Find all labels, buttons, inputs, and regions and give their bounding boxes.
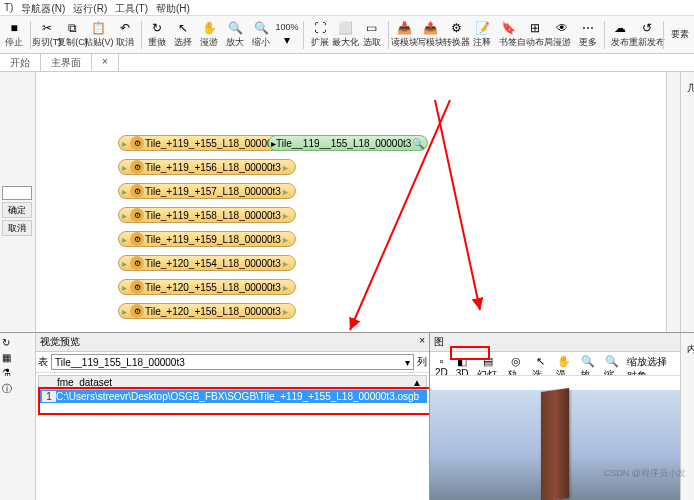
zoom-combo[interactable]: 100%▾ — [275, 21, 299, 49]
more-button[interactable]: ⋯更多 — [576, 19, 600, 50]
input-port-icon[interactable]: ▸ — [119, 234, 129, 245]
menu-file[interactable]: T) — [4, 2, 13, 13]
zoomin-icon: 🔍 — [581, 355, 595, 368]
redo-button[interactable]: ↻重做 — [145, 19, 169, 50]
input-port-icon[interactable]: ▸ — [119, 306, 129, 317]
paste-button[interactable]: 📋粘贴(V) — [87, 19, 111, 50]
copy-button[interactable]: ⧉复制(C) — [61, 19, 85, 50]
preview-fit-button[interactable]: 缩放选择对象 — [624, 354, 678, 373]
reset-button[interactable]: ↺重新发布 — [634, 19, 659, 50]
input-port-icon[interactable]: ▸ — [119, 210, 129, 221]
preview-title: 图 — [434, 336, 444, 347]
right-panel-collapsed[interactable]: 几 — [680, 72, 694, 332]
output-port-icon[interactable]: ▸ — [281, 234, 291, 245]
layout-icon: ⊞ — [527, 20, 543, 36]
info-icon[interactable]: ⓘ — [2, 382, 33, 396]
preview-zoomout-button[interactable]: 🔍缩小 — [601, 354, 623, 373]
tab-start[interactable]: 开始 — [0, 54, 41, 71]
output-port-icon[interactable]: ▸ — [281, 306, 291, 317]
input-port-icon[interactable]: ▸ — [119, 258, 129, 269]
filter-icon[interactable]: ⚗ — [2, 367, 33, 378]
zoomout-icon: 🔍 — [605, 355, 619, 368]
gear-icon: ⚙ — [448, 20, 464, 36]
view-2d-button[interactable]: ▫2D — [432, 354, 451, 373]
bookmark-icon: 🔖 — [500, 20, 516, 36]
undo-button[interactable]: ↶取消 — [113, 19, 137, 50]
preview-select-button[interactable]: ↖选择 — [529, 354, 551, 373]
zoomout-button[interactable]: 🔍缩小 — [249, 19, 273, 50]
menu-run[interactable]: 运行(R) — [73, 2, 107, 13]
node-label: Tile_+120_+155_L18_00000t3 — [145, 282, 281, 293]
zoomin-button[interactable]: 🔍放大 — [223, 19, 247, 50]
right-scrollbar[interactable] — [666, 72, 680, 332]
note-button[interactable]: 📝注释 — [470, 19, 494, 50]
autolayout-button[interactable]: ⊞自动布局 — [522, 19, 547, 50]
workspace-canvas[interactable]: ▸⚙Tile_+119_+155_L18_00000t3▸▸⚙Tile_+119… — [36, 72, 666, 332]
output-port-icon[interactable]: ▸ — [281, 210, 291, 221]
reader-node-4[interactable]: ▸⚙Tile_+119_+159_L18_00000t3▸ — [118, 231, 296, 247]
menu-nav[interactable]: 导航器(N) — [21, 2, 65, 13]
input-port-icon[interactable]: ▸ — [119, 282, 129, 293]
3d-viewport[interactable] — [430, 390, 680, 500]
stop-button[interactable]: ■停止 — [2, 19, 26, 50]
pan-button[interactable]: ✋漫游 — [197, 19, 221, 50]
gear-icon: ⚙ — [130, 160, 144, 174]
preview-pan-button[interactable]: ✋漫游 — [553, 354, 575, 373]
grid-icon[interactable]: ▦ — [2, 352, 33, 363]
model-geometry — [541, 388, 569, 500]
node-label: Tile_+120_+154_L18_00000t3 — [145, 258, 281, 269]
output-port-icon[interactable]: ▸ — [281, 282, 291, 293]
chevron-down-icon: ▾ — [405, 357, 410, 368]
gear-icon: ⚙ — [130, 256, 144, 270]
select-button[interactable]: ↖选择 — [171, 19, 195, 50]
writer-button[interactable]: 📤写模块 — [418, 19, 442, 50]
inspect-button[interactable]: 👁漫游 — [550, 19, 574, 50]
tab-main[interactable]: 主界面 — [41, 54, 92, 71]
preview-zoomin-button[interactable]: 🔍放大 — [577, 354, 599, 373]
publish-icon: ☁ — [612, 20, 628, 36]
output-port-icon[interactable]: ▸ — [281, 186, 291, 197]
reader-button[interactable]: 📥读模块 — [392, 19, 416, 50]
stop-icon: ■ — [6, 20, 22, 36]
process-button[interactable]: ▭选取 — [360, 19, 384, 50]
node-label: Tile_+119_+156_L18_00000t3 — [145, 162, 281, 173]
ok-button[interactable]: 确定 — [2, 202, 32, 218]
fit-button[interactable]: ⛶扩展 — [308, 19, 332, 50]
menu-help[interactable]: 帮助(H) — [156, 2, 190, 13]
gear-icon: ⚙ — [130, 232, 144, 246]
pointer-icon: ↖ — [536, 355, 545, 368]
highlight-annotation-3d — [450, 346, 490, 360]
copy-icon: ⧉ — [65, 20, 81, 36]
transformer-button[interactable]: ⚙转换器 — [444, 19, 468, 50]
browser-side-tools: ↻ ▦ ⚗ ⓘ — [0, 333, 36, 500]
inspector-node[interactable]: ▸Tile__119__155_L18_00000t3🔍 — [268, 135, 428, 151]
gear-icon: ⚙ — [130, 208, 144, 222]
left-input[interactable] — [2, 186, 32, 200]
gear-icon: ⚙ — [130, 184, 144, 198]
track-button[interactable]: ◎轨迹 — [505, 354, 527, 373]
output-port-icon[interactable]: ▸ — [281, 258, 291, 269]
gear-icon: ⚙ — [130, 136, 144, 150]
reader-node-2[interactable]: ▸⚙Tile_+119_+157_L18_00000t3▸ — [118, 183, 296, 199]
input-port-icon[interactable]: ▸ — [119, 162, 129, 173]
reader-node-6[interactable]: ▸⚙Tile_+120_+155_L18_00000t3▸ — [118, 279, 296, 295]
input-port-icon[interactable]: ▸ — [119, 138, 129, 149]
reader-node-5[interactable]: ▸⚙Tile_+120_+154_L18_00000t3▸ — [118, 255, 296, 271]
max-button[interactable]: ⬜最大化 — [334, 19, 358, 50]
output-port-icon[interactable]: ▸ — [281, 162, 291, 173]
reader-node-3[interactable]: ▸⚙Tile_+119_+158_L18_00000t3▸ — [118, 207, 296, 223]
menu-bar: T) 导航器(N) 运行(R) 工具(T) 帮助(H) — [0, 0, 694, 16]
menu-tool[interactable]: 工具(T) — [115, 2, 148, 13]
zoomin-icon: 🔍 — [227, 20, 243, 36]
tab-close[interactable]: × — [92, 54, 119, 71]
cancel-button[interactable]: 取消 — [2, 220, 32, 236]
browser-close[interactable]: × — [419, 335, 425, 349]
cut-button[interactable]: ✂剪切(T) — [35, 19, 59, 50]
refresh-icon[interactable]: ↻ — [2, 337, 33, 348]
input-port-icon[interactable]: ▸ — [119, 186, 129, 197]
features-button[interactable]: 要素 — [668, 27, 692, 42]
reader-node-7[interactable]: ▸⚙Tile_+120_+156_L18_00000t3▸ — [118, 303, 296, 319]
reader-node-1[interactable]: ▸⚙Tile_+119_+156_L18_00000t3▸ — [118, 159, 296, 175]
table-combo[interactable]: Tile__119_155_L18_00000t3▾ — [51, 354, 414, 370]
zoomout-icon: 🔍 — [253, 20, 269, 36]
